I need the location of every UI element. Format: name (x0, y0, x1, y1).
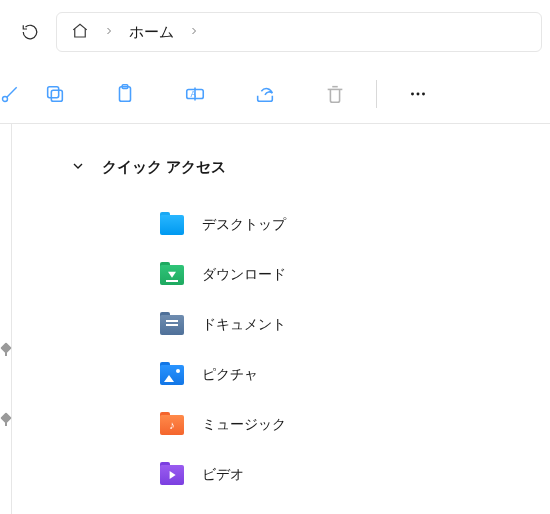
section-header-quick-access[interactable]: クイック アクセス (12, 152, 550, 182)
list-item-desktop[interactable]: デスクトップ (160, 200, 550, 250)
list-item-videos[interactable]: ビデオ (160, 450, 550, 500)
folder-downloads-icon (160, 265, 184, 285)
item-label: ビデオ (202, 466, 244, 484)
home-icon[interactable] (71, 22, 89, 43)
folder-pictures-icon (160, 365, 184, 385)
pin-icon (0, 344, 11, 358)
left-edge (0, 124, 12, 514)
svg-point-7 (411, 92, 414, 95)
rename-button: A (160, 65, 230, 123)
more-icon (407, 83, 429, 105)
content-area: クイック アクセス デスクトップ ダウンロード ドキュメント ピクチャ ♪ ミュ… (0, 124, 550, 514)
chevron-right-icon (103, 24, 115, 40)
toolbar: A (0, 64, 550, 124)
breadcrumb-bar[interactable]: ホーム (56, 12, 542, 52)
folder-documents-icon (160, 315, 184, 335)
copy-button (20, 65, 90, 123)
refresh-icon (21, 23, 39, 41)
item-label: ダウンロード (202, 266, 286, 284)
chevron-right-icon[interactable] (188, 24, 200, 40)
svg-rect-2 (48, 86, 59, 97)
folder-desktop-icon (160, 215, 184, 235)
section-title: クイック アクセス (102, 158, 226, 177)
item-label: ミュージック (202, 416, 286, 434)
paste-button (90, 65, 160, 123)
list-item-music[interactable]: ♪ ミュージック (160, 400, 550, 450)
share-button (230, 65, 300, 123)
list-item-pictures[interactable]: ピクチャ (160, 350, 550, 400)
svg-point-0 (3, 96, 8, 101)
svg-point-9 (422, 92, 425, 95)
folder-music-icon: ♪ (160, 415, 184, 435)
svg-text:A: A (190, 89, 196, 98)
delete-button (300, 65, 370, 123)
refresh-button[interactable] (12, 14, 48, 50)
folder-videos-icon (160, 465, 184, 485)
quick-access-items: デスクトップ ダウンロード ドキュメント ピクチャ ♪ ミュージック ビデオ (12, 200, 550, 500)
more-button[interactable] (383, 65, 453, 123)
address-bar-row: ホーム (0, 0, 550, 64)
item-label: ドキュメント (202, 316, 286, 334)
svg-rect-1 (51, 90, 62, 101)
pin-icon (0, 414, 11, 428)
list-item-downloads[interactable]: ダウンロード (160, 250, 550, 300)
svg-point-8 (417, 92, 420, 95)
main-list: クイック アクセス デスクトップ ダウンロード ドキュメント ピクチャ ♪ ミュ… (12, 124, 550, 514)
item-label: ピクチャ (202, 366, 258, 384)
breadcrumb-current[interactable]: ホーム (129, 23, 174, 42)
item-label: デスクトップ (202, 216, 286, 234)
chevron-down-icon[interactable] (70, 158, 86, 177)
toolbar-divider (376, 80, 377, 108)
cut-button (0, 65, 20, 123)
list-item-documents[interactable]: ドキュメント (160, 300, 550, 350)
